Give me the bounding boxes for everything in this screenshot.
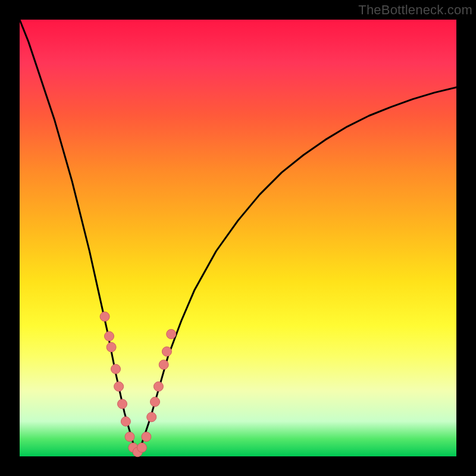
bottleneck-curve: [20, 20, 456, 452]
sample-point: [105, 331, 114, 341]
sample-point: [147, 412, 156, 422]
watermark-text: TheBottleneck.com: [358, 2, 472, 18]
sample-point: [137, 443, 147, 452]
sample-point: [114, 382, 124, 392]
sample-point: [142, 432, 151, 441]
sample-point: [118, 399, 127, 409]
sample-point: [162, 347, 171, 356]
sample-point: [121, 416, 130, 426]
sample-point: [167, 330, 176, 339]
sample-point: [125, 432, 134, 441]
sample-point: [154, 382, 163, 392]
sample-point: [100, 312, 109, 321]
sample-point: [151, 397, 160, 406]
sample-point: [107, 343, 116, 352]
sample-point: [159, 360, 168, 369]
chart-svg: [0, 0, 476, 476]
sample-point: [111, 364, 121, 374]
